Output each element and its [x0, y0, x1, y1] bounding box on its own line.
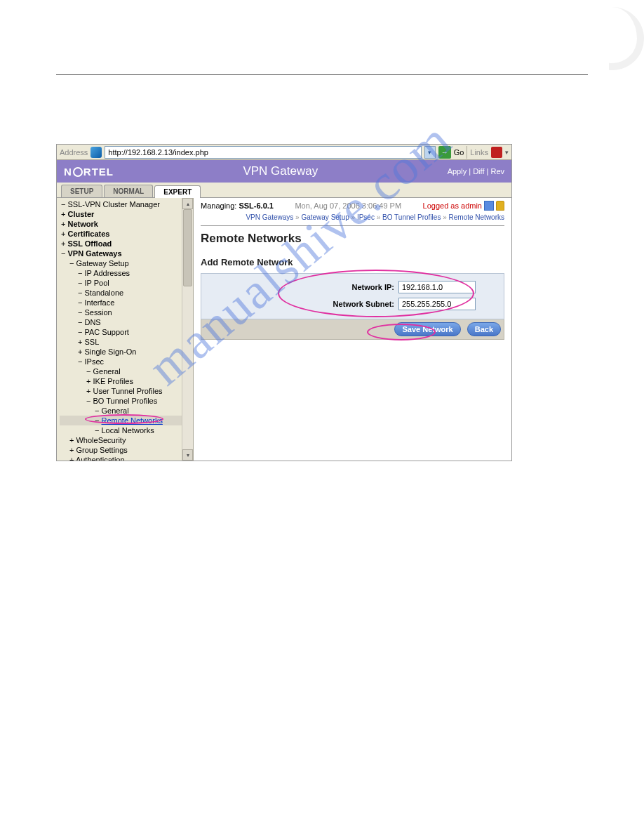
edit-icon[interactable] — [484, 201, 494, 211]
breadcrumb-item[interactable]: Remote Networks — [449, 213, 504, 221]
sidebar: − SSL-VPN Cluster Manager+ Cluster+ Netw… — [57, 198, 194, 461]
form-panel: Network IP: Network Subnet: — [201, 273, 504, 319]
logged-as-label: Logged as admin — [423, 201, 482, 210]
nav-item[interactable]: − IP Pool — [60, 278, 192, 288]
nav-item[interactable]: + Group Settings — [60, 445, 192, 455]
corner-logo — [581, 7, 644, 70]
network-subnet-row: Network Subnet: — [208, 298, 497, 310]
network-ip-label: Network IP: — [351, 283, 394, 291]
address-label: Address — [60, 148, 88, 157]
nav-item[interactable]: − DNS — [60, 317, 192, 327]
app-header: NRTEL VPN Gateway Apply | Diff | Rev — [57, 160, 511, 183]
nav-tree: − SSL-VPN Cluster Manager+ Cluster+ Netw… — [57, 198, 193, 461]
breadcrumb: VPN Gateways » Gateway Setup » IPsec » B… — [201, 213, 504, 221]
save-network-button[interactable]: Save Network — [394, 322, 460, 336]
diff-link[interactable]: Diff — [473, 167, 484, 176]
nav-item[interactable]: − General — [60, 406, 192, 416]
datetime-label: Mon, Aug 07, 2006 3:06:49 PM — [295, 201, 401, 210]
header-actions: Apply | Diff | Rev — [448, 167, 504, 176]
pdf-icon[interactable] — [491, 147, 502, 158]
nav-item[interactable]: + Certificates — [60, 229, 192, 239]
screenshot-frame: Address http://192.168.2.13/index.php ▾ … — [56, 144, 512, 461]
nav-item[interactable]: − Remote Networks — [60, 416, 192, 425]
go-button[interactable]: → — [438, 146, 451, 159]
nav-item[interactable]: + User Tunnel Profiles — [60, 386, 192, 396]
nav-item[interactable]: + SSL — [60, 337, 192, 347]
nav-item[interactable]: − Session — [60, 307, 192, 317]
scroll-down-icon[interactable]: ▾ — [182, 449, 193, 461]
go-label: Go — [454, 148, 464, 157]
nav-item[interactable]: − Local Networks — [60, 425, 192, 435]
managing-label: Managing: SSL-6.0.1 — [201, 201, 274, 210]
browser-address-bar: Address http://192.168.2.13/index.php ▾ … — [57, 145, 511, 160]
nav-item[interactable]: + Network — [60, 219, 192, 229]
login-status: Logged as admin — [423, 201, 504, 211]
apply-link[interactable]: Apply — [448, 167, 467, 176]
breadcrumb-item[interactable]: VPN Gateways — [246, 213, 293, 221]
ie-icon — [90, 147, 102, 158]
network-ip-row: Network IP: — [208, 281, 497, 293]
back-button[interactable]: Back — [467, 322, 501, 336]
network-subnet-label: Network Subnet: — [333, 300, 394, 308]
page-divider — [56, 74, 588, 75]
nav-item[interactable]: + Single Sign-On — [60, 347, 192, 357]
breadcrumb-item[interactable]: BO Tunnel Profiles — [382, 213, 441, 221]
button-row: Save Network Back — [201, 319, 504, 340]
toolbar-separator — [467, 146, 467, 159]
network-ip-input[interactable] — [398, 281, 476, 293]
tab-expert[interactable]: EXPERT — [154, 185, 201, 198]
tab-setup[interactable]: SETUP — [61, 185, 102, 197]
nav-item[interactable]: − Gateway Setup — [60, 258, 192, 268]
url-text: http://192.168.2.13/index.php — [108, 148, 208, 157]
tab-normal[interactable]: NORMAL — [104, 185, 153, 197]
app-title: VPN Gateway — [243, 164, 318, 178]
nav-item[interactable]: − IP Addresses — [60, 268, 192, 278]
scroll-up-icon[interactable]: ▴ — [182, 198, 193, 209]
content-divider — [201, 225, 504, 226]
status-row: Managing: SSL-6.0.1 Mon, Aug 07, 2006 3:… — [201, 201, 504, 211]
nav-item[interactable]: − IPsec — [60, 357, 192, 366]
nav-item[interactable]: − BO Tunnel Profiles — [60, 396, 192, 406]
nav-item[interactable]: − PAC Support — [60, 327, 192, 337]
nav-item[interactable]: + SSL Offload — [60, 239, 192, 249]
nav-item[interactable]: + Cluster — [60, 209, 192, 219]
rev-link[interactable]: Rev — [490, 167, 504, 176]
nav-item[interactable]: − VPN Gateways — [60, 249, 192, 258]
url-dropdown[interactable]: ▾ — [424, 146, 436, 159]
network-subnet-input[interactable] — [398, 298, 476, 310]
scroll-thumb[interactable] — [183, 209, 192, 286]
content-pane: Managing: SSL-6.0.1 Mon, Aug 07, 2006 3:… — [194, 198, 511, 461]
tab-row: SETUP NORMAL EXPERT — [57, 183, 511, 198]
nav-item[interactable]: + IKE Profiles — [60, 376, 192, 386]
nav-item[interactable]: − Interface — [60, 298, 192, 307]
nav-item[interactable]: − Standalone — [60, 288, 192, 298]
links-label: Links — [470, 148, 488, 157]
breadcrumb-item[interactable]: IPsec — [357, 213, 375, 221]
lock-icon — [496, 201, 504, 211]
section-title: Add Remote Network — [201, 257, 504, 267]
globe-icon — [73, 167, 83, 177]
nav-item[interactable]: − General — [60, 366, 192, 376]
url-input[interactable]: http://192.168.2.13/index.php — [105, 146, 421, 159]
brand-logo: NRTEL — [64, 166, 114, 178]
page-title: Remote Networks — [201, 232, 504, 246]
breadcrumb-item[interactable]: Gateway Setup — [301, 213, 349, 221]
sidebar-scrollbar[interactable]: ▴ ▾ — [182, 198, 193, 461]
nav-item[interactable]: + Authentication — [60, 455, 192, 461]
nav-item[interactable]: − SSL-VPN Cluster Manager — [60, 199, 192, 209]
nav-item[interactable]: + WholeSecurity — [60, 435, 192, 445]
pdf-dropdown[interactable]: ▾ — [505, 149, 509, 156]
